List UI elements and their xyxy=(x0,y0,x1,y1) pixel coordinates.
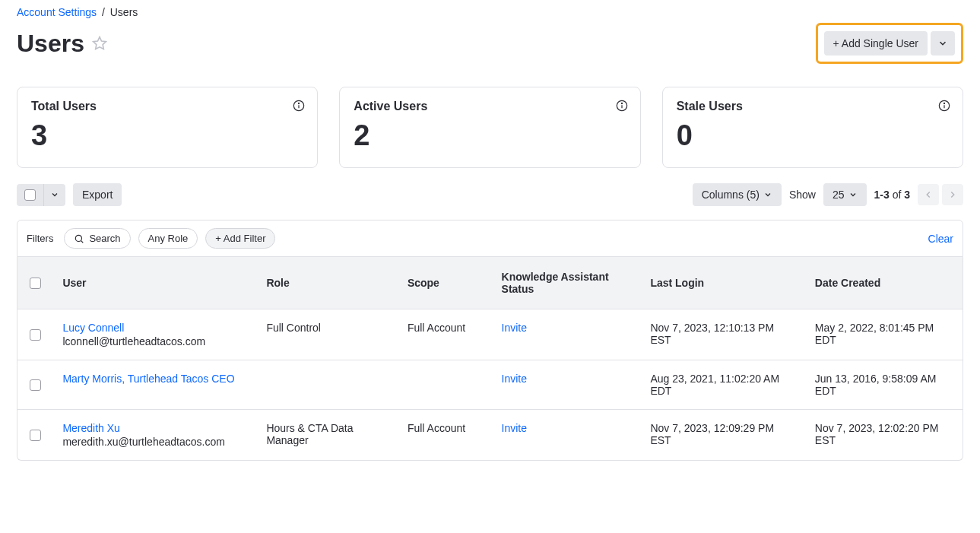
search-icon xyxy=(74,233,84,244)
svg-point-3 xyxy=(299,103,300,103)
table-row: Marty Morris, Turtlehead Tacos CEO Invit… xyxy=(17,360,963,410)
user-name-link[interactable]: Lucy Connell xyxy=(62,322,248,334)
cell-date-created: Jun 13, 2016, 9:58:09 AM EDT xyxy=(806,360,963,410)
select-all-checkbox[interactable] xyxy=(30,278,41,289)
invite-link[interactable]: Invite xyxy=(502,422,527,434)
stats-row: Total Users 3 Active Users 2 Stale Users… xyxy=(17,87,963,168)
role-filter-pill[interactable]: Any Role xyxy=(138,228,198,249)
header-checkbox-cell xyxy=(17,257,53,309)
cell-role xyxy=(257,360,398,410)
table-row: Lucy Connell lconnell@turtleheadtacos.co… xyxy=(17,309,963,360)
columns-label: Columns (5) xyxy=(702,189,760,201)
invite-link[interactable]: Invite xyxy=(502,322,527,334)
stat-card-total-users: Total Users 3 xyxy=(17,87,318,168)
svg-marker-0 xyxy=(94,37,106,49)
svg-line-11 xyxy=(81,240,84,243)
chevron-left-icon xyxy=(923,189,934,200)
bulk-select-dropdown[interactable] xyxy=(44,184,65,206)
add-filter-pill[interactable]: + Add Filter xyxy=(205,228,275,249)
add-single-user-button[interactable]: + Add Single User xyxy=(824,31,928,56)
stat-value: 2 xyxy=(354,119,626,152)
prev-page-button[interactable] xyxy=(918,184,939,205)
cell-scope: Full Account xyxy=(398,309,493,360)
stat-value: 3 xyxy=(31,119,303,152)
page-size-value: 25 xyxy=(833,189,845,201)
clear-filters-link[interactable]: Clear xyxy=(928,233,953,245)
stat-label: Stale Users xyxy=(677,100,949,113)
svg-point-10 xyxy=(76,235,82,241)
user-name-link[interactable]: Meredith Xu xyxy=(62,422,248,434)
next-page-button[interactable] xyxy=(942,184,963,205)
checkbox-icon xyxy=(24,189,36,201)
add-user-dropdown-button[interactable] xyxy=(931,31,955,56)
stat-label: Total Users xyxy=(31,100,303,113)
bulk-select-checkbox[interactable] xyxy=(17,184,44,206)
filter-bar: Filters Search Any Role + Add Filter Cle… xyxy=(17,220,963,257)
column-header-scope[interactable]: Scope xyxy=(398,257,493,309)
chevron-right-icon xyxy=(947,189,958,200)
info-icon[interactable] xyxy=(938,100,950,112)
page-size-dropdown[interactable]: 25 xyxy=(823,183,867,206)
pagination-range: 1-3 xyxy=(874,189,890,201)
column-header-user[interactable]: User xyxy=(53,257,257,309)
cell-role: Hours & CTA Data Manager xyxy=(257,410,398,461)
pagination-of: of xyxy=(893,189,902,201)
stat-value: 0 xyxy=(677,119,949,152)
row-checkbox[interactable] xyxy=(30,430,41,441)
stat-card-stale-users: Stale Users 0 xyxy=(662,87,963,168)
users-table: User Role Scope Knowledge Assistant Stat… xyxy=(17,257,963,460)
row-checkbox[interactable] xyxy=(30,379,41,391)
stat-label: Active Users xyxy=(354,100,626,113)
show-label: Show xyxy=(789,189,816,201)
add-user-button-group: + Add Single User xyxy=(816,23,963,64)
column-header-ka-status[interactable]: Knowledge Assistant Status xyxy=(493,257,642,309)
pagination-total: 3 xyxy=(904,189,910,201)
info-icon[interactable] xyxy=(616,100,628,112)
table-row: Meredith Xu meredith.xu@turtleheadtacos.… xyxy=(17,410,963,461)
cell-last-login: Nov 7, 2023, 12:10:13 PM EST xyxy=(641,309,805,360)
page-title: Users xyxy=(17,30,84,58)
svg-point-9 xyxy=(944,103,944,103)
chevron-down-icon xyxy=(763,190,772,199)
stat-card-active-users: Active Users 2 xyxy=(339,87,640,168)
cell-date-created: May 2, 2022, 8:01:45 PM EDT xyxy=(806,309,963,360)
user-sub: lconnell@turtleheadtacos.com xyxy=(62,335,248,347)
breadcrumb-separator: / xyxy=(102,6,105,18)
svg-point-6 xyxy=(621,103,622,103)
cell-date-created: Nov 7, 2023, 12:02:20 PM EST xyxy=(806,410,963,461)
star-icon[interactable] xyxy=(92,36,107,51)
search-pill[interactable]: Search xyxy=(64,228,130,249)
columns-dropdown[interactable]: Columns (5) xyxy=(693,183,782,206)
column-header-date-created[interactable]: Date Created xyxy=(806,257,963,309)
cell-scope xyxy=(398,360,493,410)
search-pill-label: Search xyxy=(89,233,120,244)
user-sub: meredith.xu@turtleheadtacos.com xyxy=(62,436,248,448)
chevron-down-icon xyxy=(848,190,858,199)
bulk-select-control xyxy=(17,184,65,206)
info-icon[interactable] xyxy=(293,100,305,112)
cell-last-login: Nov 7, 2023, 12:09:29 PM EST xyxy=(641,410,805,461)
invite-link[interactable]: Invite xyxy=(502,373,527,385)
column-header-last-login[interactable]: Last Login xyxy=(641,257,805,309)
chevron-down-icon xyxy=(50,190,59,199)
breadcrumb-parent-link[interactable]: Account Settings xyxy=(17,6,97,18)
column-header-role[interactable]: Role xyxy=(257,257,398,309)
row-checkbox[interactable] xyxy=(30,329,41,341)
cell-scope: Full Account xyxy=(398,410,493,461)
chevron-down-icon xyxy=(937,38,948,49)
user-name-link[interactable]: Marty Morris, Turtlehead Tacos CEO xyxy=(62,373,248,385)
export-button[interactable]: Export xyxy=(73,183,122,206)
filters-label: Filters xyxy=(27,233,53,244)
cell-role: Full Control xyxy=(257,309,398,360)
pagination-text: 1-3 of 3 xyxy=(874,189,911,201)
cell-last-login: Aug 23, 2021, 11:02:20 AM EDT xyxy=(641,360,805,410)
breadcrumb-current: Users xyxy=(110,6,138,18)
breadcrumb: Account Settings / Users xyxy=(17,0,963,18)
